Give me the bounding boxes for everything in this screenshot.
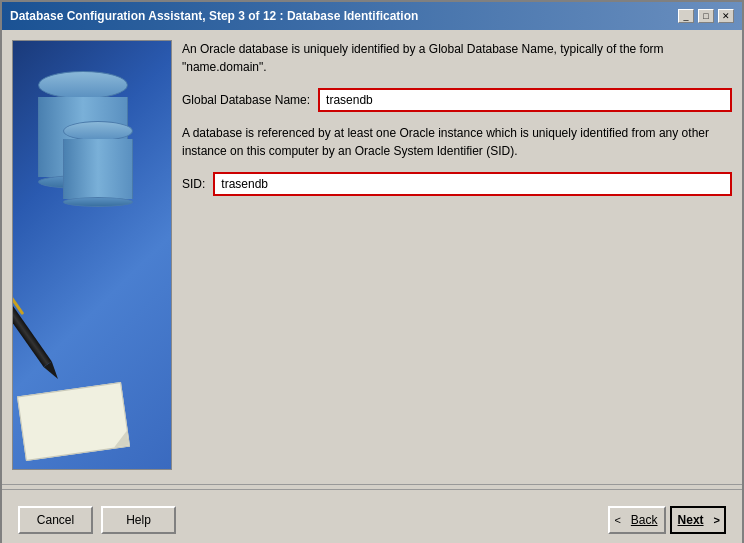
sid-input[interactable] <box>213 172 732 196</box>
sid-row: SID: <box>182 172 732 196</box>
sid-label: SID: <box>182 177 205 191</box>
right-panel: An Oracle database is uniquely identifie… <box>182 40 732 470</box>
global-db-input[interactable] <box>318 88 732 112</box>
main-window: Database Configuration Assistant, Step 3… <box>0 0 744 543</box>
title-bar: Database Configuration Assistant, Step 3… <box>2 2 742 30</box>
back-button-group[interactable]: < Back <box>608 506 665 534</box>
close-button[interactable]: ✕ <box>718 9 734 23</box>
description-global-db: An Oracle database is uniquely identifie… <box>182 40 732 76</box>
cancel-button[interactable]: Cancel <box>18 506 93 534</box>
window-controls: _ □ ✕ <box>678 9 734 23</box>
back-label[interactable]: Back <box>625 508 664 532</box>
next-arrow-icon[interactable]: > <box>710 508 724 532</box>
left-action-buttons: Cancel Help <box>18 506 176 534</box>
window-body: An Oracle database is uniquely identifie… <box>2 30 742 543</box>
description-sid: A database is referenced by at least one… <box>182 124 732 160</box>
left-panel-image <box>12 40 172 470</box>
next-label[interactable]: Next <box>672 508 710 532</box>
maximize-button[interactable]: □ <box>698 9 714 23</box>
global-db-label: Global Database Name: <box>182 93 310 107</box>
global-db-row: Global Database Name: <box>182 88 732 112</box>
paper-decoration <box>17 382 130 461</box>
bottom-bar: Cancel Help < Back Next > <box>2 489 742 543</box>
minimize-button[interactable]: _ <box>678 9 694 23</box>
navigation-buttons: < Back Next > <box>608 506 726 534</box>
bottom-separator <box>2 484 742 485</box>
back-arrow-icon[interactable]: < <box>610 508 624 532</box>
window-title: Database Configuration Assistant, Step 3… <box>10 9 418 23</box>
main-content: An Oracle database is uniquely identifie… <box>2 30 742 480</box>
help-button[interactable]: Help <box>101 506 176 534</box>
next-button-group[interactable]: Next > <box>670 506 726 534</box>
